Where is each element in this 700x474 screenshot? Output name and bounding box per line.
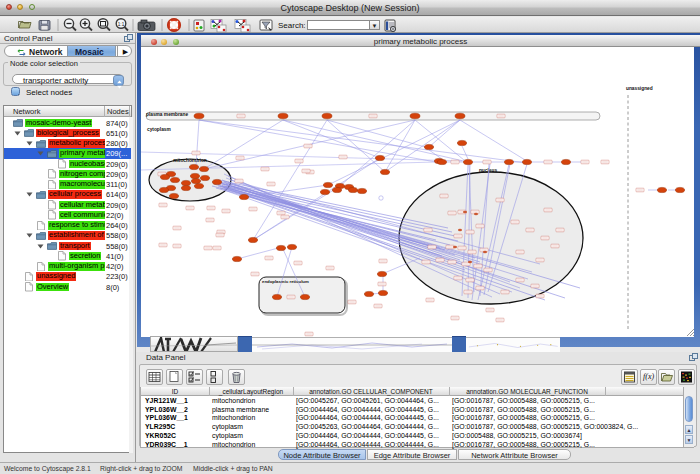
svg-text:cytoplasm: cytoplasm bbox=[147, 127, 171, 132]
svg-text:endoplasmic reticulum: endoplasmic reticulum bbox=[262, 279, 309, 284]
svg-text:1:1: 1:1 bbox=[118, 22, 125, 27]
svg-text:mitochondrion: mitochondrion bbox=[173, 158, 207, 163]
svg-text:unassigned: unassigned bbox=[626, 86, 653, 91]
svg-text:plasma membrane: plasma membrane bbox=[146, 112, 188, 117]
